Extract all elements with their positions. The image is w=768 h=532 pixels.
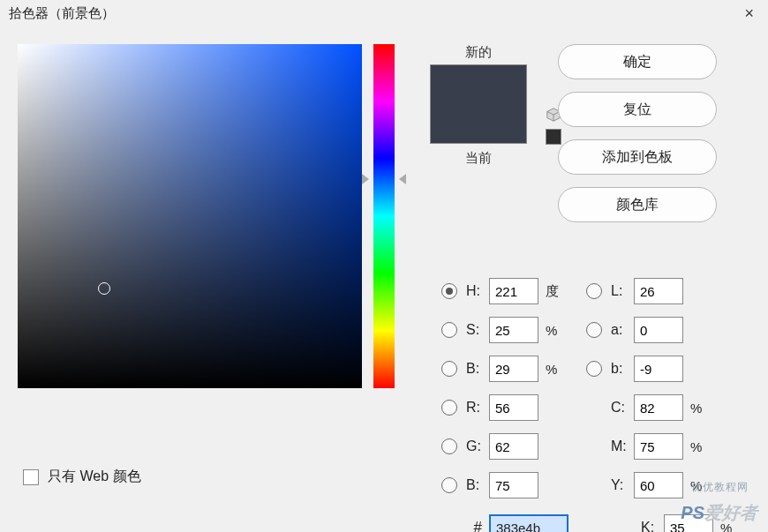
label-s: S:: [466, 322, 489, 338]
label-y: Y:: [611, 477, 634, 493]
hue-slider-left-icon[interactable]: [362, 174, 369, 184]
unit-m: %: [683, 439, 710, 454]
label-b: b:: [611, 361, 634, 377]
watermark-logo: PS爱好者: [681, 501, 757, 525]
input-g[interactable]: [489, 433, 538, 460]
input-y[interactable]: [634, 472, 683, 498]
unit-bv: %: [538, 362, 565, 377]
unit-c: %: [683, 401, 710, 416]
hue-slider-right-icon[interactable]: [399, 174, 406, 184]
input-hex[interactable]: [489, 514, 568, 532]
label-l: L:: [611, 283, 634, 299]
radio-a[interactable]: [586, 322, 602, 338]
close-icon[interactable]: ×: [739, 4, 759, 23]
color-field[interactable]: [18, 44, 362, 388]
add-swatch-button[interactable]: 添加到色板: [558, 139, 717, 175]
label-c: C:: [611, 400, 634, 416]
radio-h[interactable]: [441, 283, 457, 299]
radio-bv[interactable]: [441, 361, 457, 377]
label-bv: B:: [466, 361, 489, 377]
watermark-text: 优优教程网: [691, 480, 749, 495]
input-m[interactable]: [634, 433, 683, 460]
input-a[interactable]: [634, 317, 683, 343]
new-color-swatch: [431, 65, 526, 104]
input-s[interactable]: [489, 317, 538, 343]
reset-button[interactable]: 复位: [558, 92, 717, 127]
web-only-label: 只有 Web 颜色: [48, 468, 141, 486]
label-m: M:: [611, 438, 634, 454]
ok-button[interactable]: 确定: [558, 44, 717, 79]
label-g: G:: [466, 438, 489, 454]
radio-l[interactable]: [586, 283, 602, 299]
dialog-title: 拾色器（前景色）: [9, 5, 115, 22]
radio-g[interactable]: [441, 438, 457, 454]
input-r[interactable]: [489, 394, 538, 421]
radio-s[interactable]: [441, 322, 457, 338]
current-label: 当前: [417, 150, 540, 167]
web-only-checkbox[interactable]: [23, 469, 39, 485]
radio-r[interactable]: [441, 400, 457, 416]
label-bb: B:: [466, 477, 489, 493]
input-l[interactable]: [634, 278, 683, 304]
input-bb[interactable]: [489, 472, 538, 498]
unit-h: 度: [538, 283, 565, 300]
input-b[interactable]: [634, 356, 683, 382]
input-bv[interactable]: [489, 356, 538, 382]
radio-b[interactable]: [586, 361, 602, 377]
label-h: H:: [466, 283, 489, 299]
label-a: a:: [611, 322, 634, 338]
label-k: K:: [641, 520, 664, 532]
color-marker[interactable]: [98, 282, 110, 295]
hue-strip[interactable]: [373, 44, 395, 388]
new-label: 新的: [417, 44, 540, 61]
input-c[interactable]: [634, 394, 683, 421]
label-r: R:: [466, 400, 489, 416]
input-h[interactable]: [489, 278, 538, 304]
label-hex: #: [466, 519, 489, 532]
color-libraries-button[interactable]: 颜色库: [558, 187, 717, 222]
unit-s: %: [538, 323, 565, 338]
radio-bb[interactable]: [441, 477, 457, 493]
